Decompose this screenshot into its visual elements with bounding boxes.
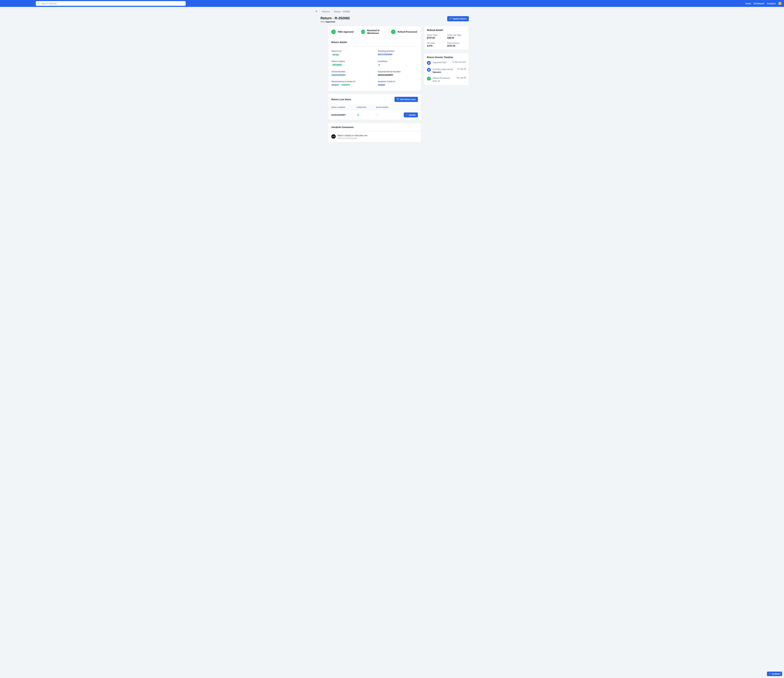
field-return-for: Return for No Dog xyxy=(331,50,372,56)
col-never-binded: NEVER BINDED xyxy=(373,105,396,110)
zendesk-link[interactable]: 252682 xyxy=(378,84,385,86)
condition-badge: A xyxy=(378,64,381,66)
update-row-label: Update xyxy=(409,114,416,116)
comment-avatar: halo xyxy=(331,134,336,139)
step-rma-approved: RMA Approved xyxy=(331,30,358,34)
woo-status-badge: completed xyxy=(341,84,351,86)
update-return-label: Update Return xyxy=(453,17,467,20)
timeline-item: Approved RMAFri Dec 16 2022 xyxy=(427,61,466,68)
field-serial-number: Serial Number 22h2310030rt xyxy=(331,70,372,76)
chevron-right-icon xyxy=(358,29,361,35)
update-row-button[interactable]: Update xyxy=(404,112,418,117)
chevron-right-icon xyxy=(388,29,391,35)
zendesk-comments-heading: Zendesk Comments xyxy=(328,123,421,131)
search-input[interactable] xyxy=(36,1,186,6)
comment-item: halo Return created on halocollar.com 20… xyxy=(328,131,421,142)
cell-condition: A xyxy=(353,110,373,120)
crumb-returns[interactable]: Returns xyxy=(322,10,330,13)
breadcrumb-sep: / xyxy=(320,10,320,13)
field-zendesk-ticket: Zendesk Ticket Id 252682 xyxy=(378,80,418,86)
table-row: 22H2310030RT A Update xyxy=(328,110,421,120)
update-return-button[interactable]: Update Return xyxy=(447,16,469,21)
never-binded-checkbox[interactable] xyxy=(376,114,378,116)
return-for-badge: No Dog xyxy=(331,53,340,56)
search-wrap xyxy=(36,1,186,6)
field-return-status: Return Status REFUNDED xyxy=(331,60,372,66)
comment-text: Return created on halocollar.com xyxy=(338,134,367,137)
add-return-item-button[interactable]: Add Return Item xyxy=(395,97,418,102)
check-icon xyxy=(361,30,365,34)
thumb-up-icon xyxy=(427,61,431,65)
timeline-heading: Return Events Timeline xyxy=(427,56,466,59)
svg-line-1 xyxy=(39,4,39,4)
timeline-card: Return Events Timeline Approved RMAFri D… xyxy=(424,53,469,86)
timeline-item: Condition Approved byOperatorFri Jan 06 xyxy=(427,68,466,77)
check-icon xyxy=(427,77,431,81)
timeline-item: Refund Processed - $721.18Thu Jan 05 xyxy=(427,77,466,83)
breadcrumb: / Returns / Return - 252682 xyxy=(315,7,469,16)
line-items-card: Return Line Items Add Return Item SERIAL… xyxy=(328,94,421,120)
col-condition: CONDITION xyxy=(353,105,373,110)
topbar: Home Dashboard Analytics xyxy=(0,0,784,7)
step-refund-processed: Refund Processed xyxy=(391,30,418,34)
nav-analytics[interactable]: Analytics xyxy=(767,2,776,5)
avatar[interactable] xyxy=(778,2,781,5)
cell-serial: 22H2310030RT xyxy=(328,110,353,120)
field-woo-order-id: WooCommerce Order Id 924537 completed xyxy=(331,80,372,86)
line-items-table: SERIAL NUMBER CONDITION NEVER BINDED 22H… xyxy=(328,105,421,120)
refund-heading: Refund details xyxy=(427,29,466,31)
page-head: Return - R-252682 RMA Approved Update Re… xyxy=(315,16,469,26)
home-icon[interactable] xyxy=(315,10,318,13)
check-icon xyxy=(391,30,395,34)
nav-links: Home Dashboard Analytics xyxy=(745,2,781,5)
serial-link[interactable]: 22h2310030rt xyxy=(331,74,345,76)
add-image-icon xyxy=(397,98,399,101)
add-return-item-label: Add Return Item xyxy=(400,98,416,101)
nav-home[interactable]: Home xyxy=(745,2,751,5)
check-icon xyxy=(331,30,336,34)
refund-details-card: Refund details Order Total$747.93 Order … xyxy=(424,26,469,50)
svg-point-0 xyxy=(37,3,39,4)
pencil-icon xyxy=(450,17,451,20)
tracking-link[interactable]: 392315363600 xyxy=(378,53,392,56)
zendesk-comments-card: Zendesk Comments halo Return created on … xyxy=(328,123,421,142)
col-serial: SERIAL NUMBER xyxy=(328,105,353,110)
search-icon xyxy=(37,2,39,5)
thumb-up-icon xyxy=(427,68,431,72)
page-subtitle: RMA Approved xyxy=(320,20,350,23)
field-scanned-serial: Scanned Serial Number 22H2310030RT xyxy=(378,70,418,76)
page-title: Return - R-252682 xyxy=(320,16,350,20)
breadcrumb-sep: / xyxy=(331,10,332,13)
comment-date: 2022-12-16T19:23:39Z → xyxy=(338,137,367,139)
steps-card: RMA Approved Received at Warehouse Refun… xyxy=(328,26,421,91)
cell-never-binded xyxy=(373,110,396,120)
pencil-icon xyxy=(406,114,408,116)
line-items-heading: Return Line Items xyxy=(331,98,351,101)
field-condition: Condition A xyxy=(378,60,418,66)
woo-order-link[interactable]: 924537 xyxy=(331,84,339,86)
field-tracking-number: Tracking Number 392315363600 xyxy=(378,50,418,56)
crumb-current: Return - 252682 xyxy=(334,10,350,13)
return-details-heading: Return details xyxy=(328,38,421,47)
status-badge: REFUNDED xyxy=(331,64,343,66)
step-received: Received at Warehouse xyxy=(361,29,388,34)
nav-dashboard[interactable]: Dashboard xyxy=(754,2,764,5)
